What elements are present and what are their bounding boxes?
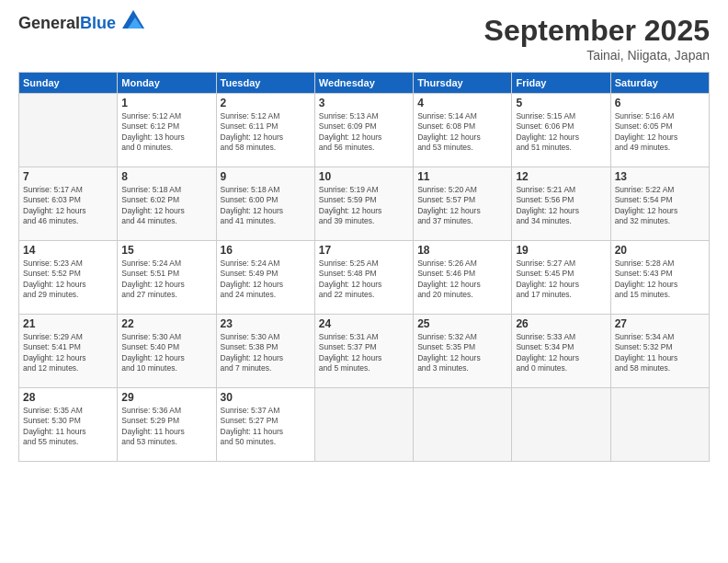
day-number: 22 — [121, 317, 211, 330]
weekday-header-tuesday: Tuesday — [216, 73, 314, 94]
day-number: 21 — [23, 317, 113, 330]
day-cell: 28Sunrise: 5:35 AM Sunset: 5:30 PM Dayli… — [19, 388, 118, 462]
day-info: Sunrise: 5:20 AM Sunset: 5:57 PM Dayligh… — [417, 185, 507, 227]
page: GeneralBlue September 2025 Tainai, Niiga… — [0, 0, 728, 563]
week-row-4: 21Sunrise: 5:29 AM Sunset: 5:41 PM Dayli… — [19, 315, 710, 388]
day-number: 16 — [221, 244, 311, 257]
day-number: 14 — [23, 244, 113, 257]
day-cell: 23Sunrise: 5:30 AM Sunset: 5:38 PM Dayli… — [216, 315, 314, 388]
day-info: Sunrise: 5:17 AM Sunset: 6:03 PM Dayligh… — [23, 185, 113, 227]
day-number: 11 — [417, 170, 507, 183]
day-cell: 10Sunrise: 5:19 AM Sunset: 5:59 PM Dayli… — [314, 167, 413, 241]
day-info: Sunrise: 5:29 AM Sunset: 5:41 PM Dayligh… — [23, 332, 113, 374]
day-number: 19 — [516, 244, 606, 257]
day-cell: 7Sunrise: 5:17 AM Sunset: 6:03 PM Daylig… — [19, 167, 118, 241]
day-cell: 24Sunrise: 5:31 AM Sunset: 5:37 PM Dayli… — [314, 315, 413, 388]
day-number: 9 — [221, 170, 311, 183]
weekday-header-saturday: Saturday — [610, 73, 709, 94]
day-number: 18 — [417, 244, 507, 257]
day-info: Sunrise: 5:12 AM Sunset: 6:12 PM Dayligh… — [121, 111, 211, 154]
day-info: Sunrise: 5:12 AM Sunset: 6:11 PM Dayligh… — [221, 111, 311, 154]
day-cell: 3Sunrise: 5:13 AM Sunset: 6:09 PM Daylig… — [314, 94, 413, 167]
calendar-table: SundayMondayTuesdayWednesdayThursdayFrid… — [18, 72, 710, 462]
day-cell: 18Sunrise: 5:26 AM Sunset: 5:46 PM Dayli… — [414, 241, 512, 315]
day-cell: 5Sunrise: 5:15 AM Sunset: 6:06 PM Daylig… — [512, 94, 610, 167]
day-number: 17 — [319, 244, 409, 257]
day-number: 3 — [319, 97, 409, 109]
day-number: 4 — [417, 97, 507, 109]
day-info: Sunrise: 5:24 AM Sunset: 5:49 PM Dayligh… — [221, 259, 311, 301]
day-info: Sunrise: 5:30 AM Sunset: 5:40 PM Dayligh… — [121, 332, 211, 374]
day-info: Sunrise: 5:25 AM Sunset: 5:48 PM Dayligh… — [319, 259, 409, 301]
day-number: 25 — [417, 317, 507, 330]
day-cell: 27Sunrise: 5:34 AM Sunset: 5:32 PM Dayli… — [610, 315, 709, 388]
location: Tainai, Niigata, Japan — [484, 48, 710, 63]
day-info: Sunrise: 5:23 AM Sunset: 5:52 PM Dayligh… — [23, 259, 113, 301]
day-cell: 19Sunrise: 5:27 AM Sunset: 5:45 PM Dayli… — [512, 241, 610, 315]
day-cell — [610, 388, 709, 462]
day-cell: 6Sunrise: 5:16 AM Sunset: 6:05 PM Daylig… — [610, 94, 709, 167]
day-cell: 13Sunrise: 5:22 AM Sunset: 5:54 PM Dayli… — [610, 167, 709, 241]
day-cell: 11Sunrise: 5:20 AM Sunset: 5:57 PM Dayli… — [414, 167, 512, 241]
day-info: Sunrise: 5:14 AM Sunset: 6:08 PM Dayligh… — [417, 111, 507, 154]
day-number: 23 — [221, 317, 311, 330]
weekday-header-wednesday: Wednesday — [314, 73, 413, 94]
weekday-header-friday: Friday — [512, 73, 610, 94]
day-info: Sunrise: 5:22 AM Sunset: 5:54 PM Dayligh… — [615, 185, 705, 227]
day-cell: 12Sunrise: 5:21 AM Sunset: 5:56 PM Dayli… — [512, 167, 610, 241]
day-number: 6 — [615, 97, 705, 109]
day-info: Sunrise: 5:26 AM Sunset: 5:46 PM Dayligh… — [417, 259, 507, 301]
day-number: 7 — [23, 170, 113, 183]
weekday-header-sunday: Sunday — [19, 73, 118, 94]
day-cell: 20Sunrise: 5:28 AM Sunset: 5:43 PM Dayli… — [610, 241, 709, 315]
day-cell: 4Sunrise: 5:14 AM Sunset: 6:08 PM Daylig… — [414, 94, 512, 167]
day-info: Sunrise: 5:18 AM Sunset: 6:02 PM Dayligh… — [121, 185, 211, 227]
day-info: Sunrise: 5:28 AM Sunset: 5:43 PM Dayligh… — [615, 259, 705, 301]
day-number: 20 — [615, 244, 705, 257]
day-cell: 21Sunrise: 5:29 AM Sunset: 5:41 PM Dayli… — [19, 315, 118, 388]
day-cell: 16Sunrise: 5:24 AM Sunset: 5:49 PM Dayli… — [216, 241, 314, 315]
day-cell — [512, 388, 610, 462]
day-info: Sunrise: 5:27 AM Sunset: 5:45 PM Dayligh… — [516, 259, 606, 301]
day-info: Sunrise: 5:13 AM Sunset: 6:09 PM Dayligh… — [319, 111, 409, 154]
day-info: Sunrise: 5:31 AM Sunset: 5:37 PM Dayligh… — [319, 332, 409, 374]
day-cell: 22Sunrise: 5:30 AM Sunset: 5:40 PM Dayli… — [118, 315, 216, 388]
day-cell: 15Sunrise: 5:24 AM Sunset: 5:51 PM Dayli… — [118, 241, 216, 315]
logo-icon — [122, 10, 144, 29]
day-number: 1 — [121, 97, 211, 109]
day-number: 12 — [516, 170, 606, 183]
day-number: 10 — [319, 170, 409, 183]
day-cell: 8Sunrise: 5:18 AM Sunset: 6:02 PM Daylig… — [118, 167, 216, 241]
week-row-2: 7Sunrise: 5:17 AM Sunset: 6:03 PM Daylig… — [19, 167, 710, 241]
day-info: Sunrise: 5:37 AM Sunset: 5:27 PM Dayligh… — [221, 406, 311, 448]
day-number: 5 — [516, 97, 606, 109]
day-number: 8 — [121, 170, 211, 183]
day-cell: 14Sunrise: 5:23 AM Sunset: 5:52 PM Dayli… — [19, 241, 118, 315]
logo-general-text: General — [18, 14, 80, 32]
day-info: Sunrise: 5:35 AM Sunset: 5:30 PM Dayligh… — [23, 406, 113, 448]
day-number: 24 — [319, 317, 409, 330]
day-info: Sunrise: 5:16 AM Sunset: 6:05 PM Dayligh… — [615, 111, 705, 154]
day-cell: 30Sunrise: 5:37 AM Sunset: 5:27 PM Dayli… — [216, 388, 314, 462]
day-cell: 1Sunrise: 5:12 AM Sunset: 6:12 PM Daylig… — [118, 94, 216, 167]
weekday-header-row: SundayMondayTuesdayWednesdayThursdayFrid… — [19, 73, 710, 94]
day-info: Sunrise: 5:19 AM Sunset: 5:59 PM Dayligh… — [319, 185, 409, 227]
day-cell — [19, 94, 118, 167]
day-cell: 29Sunrise: 5:36 AM Sunset: 5:29 PM Dayli… — [118, 388, 216, 462]
logo-blue-text: Blue — [80, 14, 116, 32]
day-cell — [314, 388, 413, 462]
weekday-header-monday: Monday — [118, 73, 216, 94]
day-number: 29 — [121, 391, 211, 404]
month-title: September 2025 — [484, 14, 710, 48]
day-cell: 9Sunrise: 5:18 AM Sunset: 6:00 PM Daylig… — [216, 167, 314, 241]
day-number: 26 — [516, 317, 606, 330]
day-number: 30 — [221, 391, 311, 404]
week-row-3: 14Sunrise: 5:23 AM Sunset: 5:52 PM Dayli… — [19, 241, 710, 315]
day-cell: 25Sunrise: 5:32 AM Sunset: 5:35 PM Dayli… — [414, 315, 512, 388]
day-cell: 26Sunrise: 5:33 AM Sunset: 5:34 PM Dayli… — [512, 315, 610, 388]
day-info: Sunrise: 5:30 AM Sunset: 5:38 PM Dayligh… — [221, 332, 311, 374]
week-row-5: 28Sunrise: 5:35 AM Sunset: 5:30 PM Dayli… — [19, 388, 710, 462]
day-number: 13 — [615, 170, 705, 183]
day-info: Sunrise: 5:33 AM Sunset: 5:34 PM Dayligh… — [516, 332, 606, 374]
day-info: Sunrise: 5:34 AM Sunset: 5:32 PM Dayligh… — [615, 332, 705, 374]
